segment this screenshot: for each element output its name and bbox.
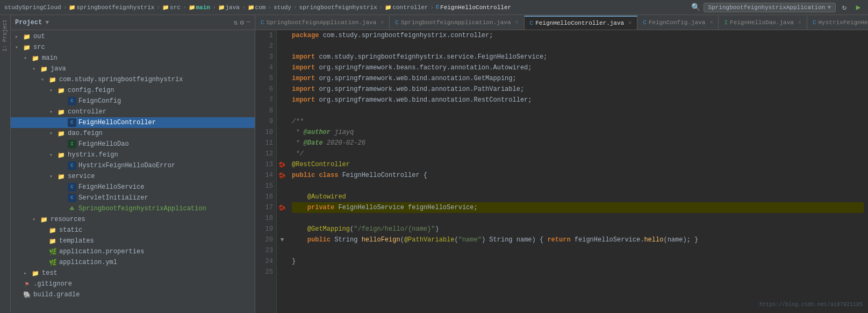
code-line-9: /** [292,116,864,127]
sync-icon[interactable]: ⇅ [234,18,238,27]
bean-icon-13[interactable]: 🫘 [277,159,288,170]
arrow-out: ▸ [15,33,23,40]
code-line-10: * @author jiayq [292,127,864,138]
git-icon: ⚑ [23,280,31,288]
close-tab-1[interactable]: × [381,20,384,26]
tree-item-springboot-app[interactable]: ☘ SpringbootfeignhystrixApplication [11,203,255,214]
bean-icon-14[interactable]: 🫘 [277,170,288,181]
path-feignhellocontroller[interactable]: FeignHelloController [440,4,511,11]
folder-icon-src: 📁 [162,4,169,11]
settings-icon[interactable]: ⚙ [240,18,244,27]
tree-item-dao-feign[interactable]: ▾ 📁 dao.feign [11,128,255,139]
tree-item-hystrixerror[interactable]: C HystrixFeignHelloDaoError [11,160,255,171]
tab-icon-c4: C [643,19,647,26]
spring-icon-app: ☘ [68,204,76,213]
tree-item-appyml[interactable]: 🌿 application.yml [11,257,255,268]
minimize-icon[interactable]: − [246,18,250,27]
close-tab-2[interactable]: × [515,20,519,26]
path-main[interactable]: main [196,4,210,11]
run-config[interactable]: SpringbootfeignhystrixApplication ▼ [704,3,836,12]
path-com[interactable]: com [255,4,266,11]
panel-dropdown-icon[interactable]: ▼ [45,19,49,26]
path-src[interactable]: src [170,4,181,11]
run-icon[interactable]: ▶ [853,2,864,13]
path-controller[interactable]: controller [392,4,428,11]
tree-item-appprops[interactable]: 🌿 application.properties [11,246,255,257]
path-java[interactable]: java [226,4,240,11]
tree-item-src[interactable]: ▾ 📁 src [11,42,255,53]
tree-item-buildgradle[interactable]: 🐘 build.gradle [11,289,255,300]
code-line-8 [292,105,864,116]
tree-item-templates[interactable]: 📁 templates [11,236,255,246]
panel-title: Project [15,19,42,26]
tree-item-com[interactable]: ▾ 📁 com.study.springbootfeignhystrix [11,74,255,85]
code-line-18 [292,213,864,224]
search-icon[interactable]: 🔍 [691,3,700,12]
close-tab-3[interactable]: × [628,20,632,26]
code-line-23 [292,245,864,256]
project-tree: ▸ 📁 out ▾ 📁 src ▾ 📁 main ▾ 📁 java [11,30,255,313]
code-line-11: * @Date 2020-02-26 [292,138,864,148]
tree-item-test[interactable]: ▸ 📁 test [11,268,255,279]
toolbar-right: 🔍 SpringbootfeignhystrixApplication ▼ ↻ … [691,2,864,13]
iface-icon-fhd: I [68,140,76,148]
folder-icon-controller: 📁 [57,108,66,116]
tab-icon-c3: C [530,20,534,26]
code-line-24: } [292,256,864,267]
path-springboot[interactable]: springbootfeignhystrix [76,4,154,11]
path-studyspringcloud[interactable]: studySpringCloud [4,4,61,11]
tree-item-resources[interactable]: ▾ 📁 resources [11,214,255,225]
tree-item-hystrix-feign[interactable]: ▾ 📁 hystrix.feign [11,150,255,160]
tree-item-feignhellodao[interactable]: I FeignHelloDao [11,139,255,150]
path-study[interactable]: study [274,4,291,11]
tab-feignconfig[interactable]: C FeignConfig.java × [637,16,719,30]
code-line-19: @GetMapping("/feign/hello/{name}") [292,224,864,234]
tree-item-config-feign[interactable]: ▾ 📁 config.feign [11,85,255,96]
folder-icon-src-tree: 📁 [23,43,31,52]
gradle-icon: 🐘 [23,290,31,299]
code-line-12: */ [292,148,864,159]
refresh-icon[interactable]: ↻ [839,2,850,13]
folder-icon-hystrix: 📁 [57,151,66,159]
project-panel: Project ▼ ⇅ ⚙ − ▸ 📁 out ▾ 📁 src [11,15,255,313]
code-lines[interactable]: package com.study.springbootfeignhystrix… [288,30,868,313]
tree-item-feignhelloservice[interactable]: C FeignHelloService [11,182,255,193]
tab-icon-i5: I [724,19,728,26]
top-bar: studySpringCloud › 📁 springbootfeignhyst… [0,0,868,15]
close-tab-5[interactable]: × [798,20,801,26]
folder-icon-main: 📁 [189,4,195,11]
tree-item-gitignore[interactable]: ⚑ .gitignore [11,279,255,289]
close-tab-4[interactable]: × [709,20,713,26]
folder-icon-ctrl: 📁 [385,4,391,11]
tab-feignhellocontroller[interactable]: C FeignHelloController.java × [525,16,638,30]
left-gutter: 1: Project [0,15,11,313]
code-line-5: import org.springframework.web.bind.anno… [292,73,864,84]
tab-hystrixerror[interactable]: C HystrixFeignHelloDaoError.java × [807,16,868,30]
tab-springbootfeign-app2[interactable]: C SpringbootfeignApplication.java × [390,16,524,30]
folder-icon-com: 📁 [248,4,254,11]
project-tab-label[interactable]: 1: Project [1,17,9,54]
tree-item-feignconfig[interactable]: C FeignConfig [11,96,255,106]
path-springboot2[interactable]: springbootfeignhystrix [299,4,377,11]
tree-item-servletinitializer[interactable]: C ServletInitializer [11,193,255,203]
tab-springbootfeign-app1[interactable]: C SpringbootfeignApplication.java × [255,16,390,30]
tab-icon-c1: C [261,19,264,26]
fold-icon-20[interactable]: ▼ [277,234,288,245]
editor-area[interactable]: 1 2 3 4 5 6 7 8 9 10 11 12 13 14 15 16 1 [255,30,868,313]
code-line-4: import org.springframework.beans.factory… [292,62,864,73]
tree-item-service[interactable]: ▾ 📁 service [11,171,255,182]
class-icon-si: C [68,194,76,202]
code-line-16: @Autowired [292,191,864,202]
tabs-bar: C SpringbootfeignApplication.java × C Sp… [255,15,868,30]
tree-item-java[interactable]: ▾ 📁 java [11,63,255,74]
breadcrumb: studySpringCloud › 📁 springbootfeignhyst… [4,4,511,11]
bean-icon-17[interactable]: 🫘 [277,202,288,213]
tree-item-main[interactable]: ▾ 📁 main [11,53,255,63]
tab-feignhellodao[interactable]: I FeignHelloDao.java × [719,16,807,30]
tree-item-controller[interactable]: ▾ 📁 controller [11,106,255,117]
tree-item-out[interactable]: ▸ 📁 out [11,31,255,42]
editor-wrapper: C SpringbootfeignApplication.java × C Sp… [255,15,868,313]
folder-icon-sb: 📁 [69,4,75,11]
tree-item-static[interactable]: 📁 static [11,225,255,236]
tree-item-feignhellocontroller[interactable]: C FeignHelloController [11,117,255,128]
